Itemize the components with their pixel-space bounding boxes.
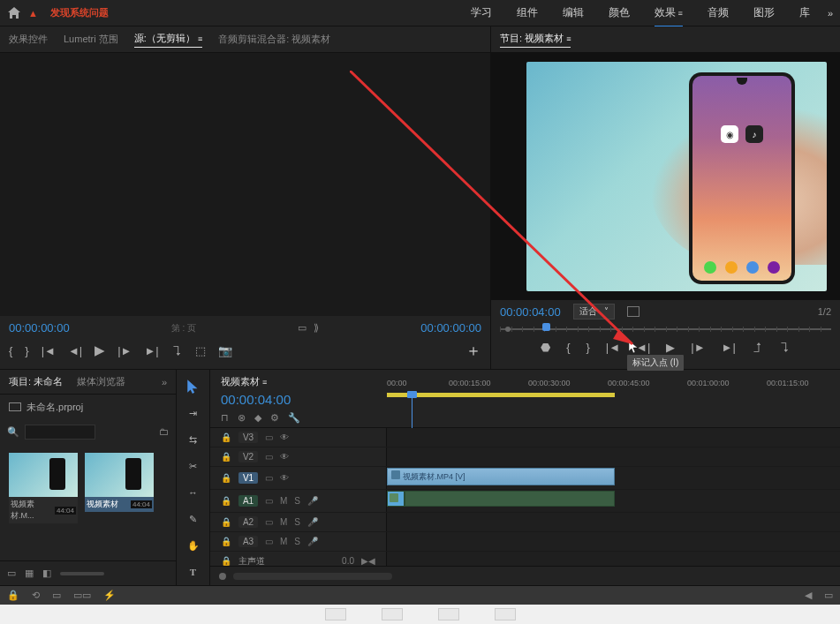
zoom-out-icon[interactable]	[219, 573, 226, 580]
icon-view-icon[interactable]: ▦	[25, 568, 34, 579]
voice-icon[interactable]: 🎤	[307, 517, 318, 527]
solo-icon[interactable]: S	[294, 517, 300, 527]
hand-tool-icon[interactable]: ✋	[185, 538, 201, 553]
tab-project[interactable]: 项目: 未命名	[9, 375, 63, 388]
resolution-label[interactable]: 1/2	[818, 306, 831, 317]
scrub-dot[interactable]	[505, 327, 511, 332]
lock-icon[interactable]: 🔒	[221, 556, 231, 566]
source-tc-left[interactable]: 00:00:00:00	[9, 321, 70, 335]
play-icon[interactable]: ▶	[95, 342, 105, 358]
lock-icon[interactable]: 🔒	[221, 452, 231, 462]
zoom-slider[interactable]	[233, 573, 392, 580]
status-icon[interactable]: ◀	[805, 590, 812, 601]
selection-tool-icon[interactable]	[185, 379, 201, 395]
mark-out-icon[interactable]: }	[586, 341, 590, 354]
mute-icon[interactable]: M	[280, 537, 287, 546]
toggle-output-icon[interactable]: ▭	[265, 432, 273, 442]
step-fwd-icon[interactable]: |►	[691, 341, 705, 354]
timeline-playhead[interactable]	[407, 391, 417, 400]
scrub-playhead[interactable]	[542, 323, 550, 331]
toggle-output-icon[interactable]: ▭	[265, 473, 273, 483]
status-icon[interactable]: ▭	[824, 590, 833, 601]
voice-icon[interactable]: 🎤	[307, 537, 318, 546]
add-marker-icon[interactable]: ⬣	[541, 341, 550, 354]
source-optbtn-2[interactable]: ⟫	[314, 322, 319, 334]
overwrite-icon[interactable]: ⬚	[195, 344, 206, 357]
lock-icon[interactable]: 🔒	[221, 517, 231, 527]
status-icon[interactable]: ⚡	[103, 590, 116, 601]
zoom-fit-dropdown[interactable]: 适合 ˅	[573, 304, 615, 320]
workspace-effects[interactable]: 效果≡	[655, 5, 683, 20]
eye-icon[interactable]: 👁	[280, 452, 289, 462]
tab-source-noclip[interactable]: 源:（无剪辑） ≡	[134, 32, 202, 48]
mark-in-icon[interactable]: {	[566, 341, 570, 354]
lock-icon[interactable]: 🔒	[221, 432, 231, 442]
snap-icon[interactable]: ⊓	[221, 412, 229, 424]
pen-tool-icon[interactable]: ✎	[185, 511, 201, 527]
audio-clip-cut[interactable]	[387, 491, 405, 507]
mute-icon[interactable]: M	[280, 517, 287, 527]
track-select-tool-icon[interactable]: ⇥	[185, 405, 201, 421]
eye-icon[interactable]: 👁	[280, 473, 289, 483]
audio-clip[interactable]	[405, 491, 615, 507]
work-area-bar[interactable]	[387, 393, 615, 397]
workspace-library[interactable]: 库	[799, 5, 810, 20]
taskbar-item[interactable]	[325, 608, 346, 620]
goto-in-icon[interactable]: |◄	[606, 341, 620, 354]
tab-lumetri-scopes[interactable]: Lumetri 范围	[64, 33, 118, 46]
mark-in-icon[interactable]: {	[9, 344, 12, 357]
mute-icon[interactable]: M	[280, 496, 287, 506]
play-icon[interactable]: ▶	[666, 341, 675, 354]
freeform-view-icon[interactable]: ◧	[42, 568, 51, 579]
step-back-icon[interactable]: ◄|	[68, 344, 82, 357]
source-optbtn-1[interactable]: ▭	[298, 322, 306, 334]
goto-in-icon[interactable]: |◄	[42, 344, 56, 357]
workspace-assembly[interactable]: 组件	[517, 5, 538, 20]
video-clip[interactable]: 视频素材.MP4 [V]	[387, 468, 615, 485]
search-input[interactable]	[25, 425, 95, 440]
eye-icon[interactable]: 👁	[280, 432, 289, 442]
marker-icon[interactable]: ◆	[254, 412, 261, 424]
toggle-output-icon[interactable]: ▭	[265, 537, 273, 546]
lock-icon[interactable]: 🔒	[221, 473, 231, 483]
linked-sel-icon[interactable]: ⊗	[238, 412, 246, 424]
lock-icon[interactable]: 🔒	[221, 496, 231, 506]
sequence-name[interactable]: 视频素材	[221, 376, 260, 387]
clip-thumb[interactable]: 视频素材44:04	[85, 453, 154, 552]
workspace-editing[interactable]: 编辑	[563, 5, 584, 20]
toggle-output-icon[interactable]: ▭	[265, 452, 273, 462]
workspace-learn[interactable]: 学习	[471, 5, 492, 20]
tab-media-browser[interactable]: 媒体浏览器	[77, 375, 125, 388]
razor-tool-icon[interactable]: ✂	[185, 458, 201, 474]
timeline-tc[interactable]: 00:00:04:00	[221, 392, 376, 407]
goto-out-icon[interactable]: ►|	[722, 341, 736, 354]
overflow-button[interactable]: »	[828, 8, 833, 19]
list-view-icon[interactable]: ▭	[7, 568, 16, 579]
step-fwd-icon[interactable]: |►	[117, 344, 132, 357]
taskbar-item[interactable]	[495, 608, 516, 620]
status-icon[interactable]: ⟲	[32, 590, 40, 601]
taskbar-item[interactable]	[438, 608, 459, 620]
voice-icon[interactable]: 🎤	[307, 496, 318, 506]
wrench-icon[interactable]: 🔧	[288, 412, 300, 424]
home-icon[interactable]	[7, 6, 21, 20]
tab-effect-controls[interactable]: 效果控件	[9, 33, 48, 46]
source-tc-right[interactable]: 00:00:00:00	[420, 321, 481, 335]
solo-icon[interactable]: S	[294, 537, 300, 546]
taskbar-item[interactable]	[382, 608, 403, 620]
source-page-drop[interactable]: 第 : 页	[171, 322, 196, 335]
solo-icon[interactable]: S	[294, 496, 300, 506]
lift-icon[interactable]: ⮥	[752, 341, 763, 354]
toggle-output-icon[interactable]: ▭	[265, 517, 273, 527]
lock-status-icon[interactable]: 🔒	[7, 590, 19, 601]
new-bin-icon[interactable]: 🗀	[159, 426, 169, 437]
lock-icon[interactable]: 🔒	[221, 537, 231, 546]
tab-program[interactable]: 节目: 视频素材 ≡	[500, 32, 571, 48]
tab-audio-clip-mixer[interactable]: 音频剪辑混合器: 视频素材	[218, 33, 330, 46]
goto-out-icon[interactable]: ►|	[144, 344, 158, 357]
insert-icon[interactable]: ⮧	[171, 344, 183, 357]
toggle-output-icon[interactable]: ▭	[265, 496, 273, 506]
mark-out-icon[interactable]: }	[25, 344, 28, 357]
project-root[interactable]: 未命名.prproj	[0, 395, 176, 419]
thumb-size-slider[interactable]	[60, 572, 104, 575]
